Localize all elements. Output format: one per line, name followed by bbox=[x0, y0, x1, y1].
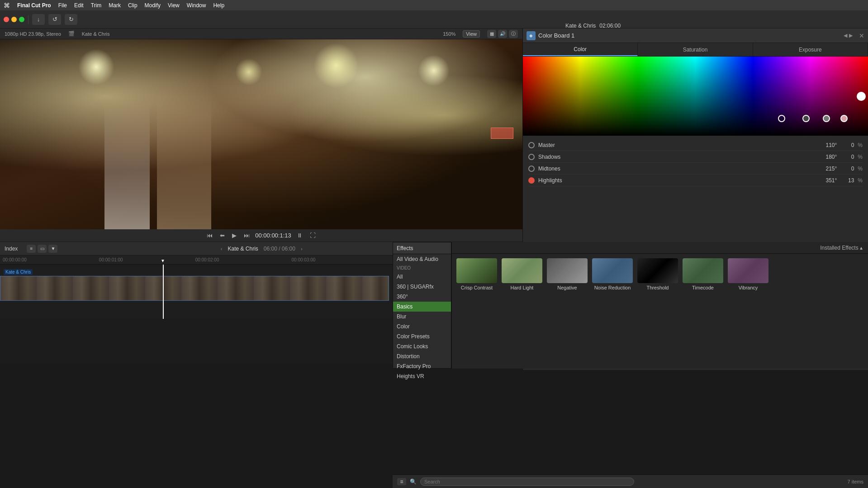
effect-item-timecode[interactable]: Timecode bbox=[683, 258, 723, 290]
master-pct: 0 bbox=[840, 142, 854, 148]
close-button[interactable] bbox=[4, 17, 9, 22]
menu-window[interactable]: Window bbox=[187, 2, 206, 9]
effect-thumb-crisp-contrast bbox=[456, 258, 497, 283]
shadows-puck[interactable] bbox=[802, 115, 810, 122]
playhead[interactable] bbox=[163, 265, 164, 319]
effects-blur[interactable]: Blur bbox=[393, 312, 451, 322]
menu-help[interactable]: Help bbox=[213, 2, 224, 9]
prev-color-board[interactable]: ◀ bbox=[844, 33, 847, 38]
view-toggle-btn[interactable]: ≡ bbox=[397, 478, 406, 485]
track-clip[interactable] bbox=[0, 276, 389, 301]
window-controls bbox=[4, 17, 24, 22]
effects-video-section: VIDEO bbox=[393, 264, 451, 272]
color-board-canvas[interactable] bbox=[523, 57, 868, 136]
clip-label: Kate & Chris bbox=[4, 269, 33, 275]
menu-file[interactable]: File bbox=[58, 2, 67, 9]
effects-all[interactable]: All bbox=[393, 272, 451, 282]
sparkle-3 bbox=[418, 55, 450, 86]
effects-distortion[interactable]: Distortion bbox=[393, 351, 451, 361]
play-forward-button[interactable]: ⏭ bbox=[242, 231, 251, 240]
sparkle-1 bbox=[78, 49, 114, 85]
search-bar: ≡ 🔍 7 items bbox=[393, 474, 868, 488]
effect-item-crisp-contrast[interactable]: Crisp Contrast bbox=[456, 258, 497, 290]
tab-saturation[interactable]: Saturation bbox=[638, 43, 753, 56]
play-back-button[interactable]: ⏮ bbox=[205, 231, 214, 240]
menu-trim[interactable]: Trim bbox=[91, 2, 102, 9]
effects-color[interactable]: Color bbox=[393, 322, 451, 332]
zoom-level[interactable]: 150% bbox=[443, 31, 455, 37]
shadows-pct-sign: % bbox=[858, 154, 863, 160]
effects-title: Effects bbox=[393, 242, 451, 254]
index-button[interactable]: Index bbox=[5, 246, 18, 252]
close-color-board[interactable]: ✕ bbox=[859, 32, 864, 39]
menu-fcp[interactable]: Final Cut Pro bbox=[17, 2, 51, 9]
tab-exposure[interactable]: Exposure bbox=[753, 43, 868, 56]
effect-item-noise-reduction[interactable]: Noise Reduction bbox=[592, 258, 633, 290]
effect-thumb-vibrancy bbox=[728, 258, 768, 283]
items-count: 7 items bbox=[848, 479, 863, 484]
effects-360-sugarfx[interactable]: 360 | SUGARfx bbox=[393, 282, 451, 292]
master-angle: 110° bbox=[819, 142, 837, 148]
effects-all-video-audio[interactable]: All Video & Audio bbox=[393, 254, 451, 264]
effects-color-presets[interactable]: Color Presets bbox=[393, 332, 451, 341]
effect-item-vibrancy[interactable]: Vibrancy bbox=[728, 258, 768, 290]
effect-item-negative[interactable]: Negative bbox=[547, 258, 588, 290]
menu-modify[interactable]: Modify bbox=[145, 2, 161, 9]
effects-panel: Effects All Video & Audio VIDEO All 360 … bbox=[393, 242, 451, 369]
apple-logo[interactable]: ⌘ bbox=[4, 2, 10, 9]
search-input[interactable] bbox=[420, 478, 634, 486]
effects-comic-looks[interactable]: Comic Looks bbox=[393, 341, 451, 351]
shadows-pct: 0 bbox=[840, 154, 854, 160]
effect-item-hard-light[interactable]: Hard Light bbox=[502, 258, 542, 290]
info-toggle[interactable]: ⓘ bbox=[509, 30, 518, 38]
prev-clip-btn[interactable]: ‹ bbox=[221, 246, 223, 251]
viewer-status-bar: 1080p HD 23.98p, Stereo 🎬 Kate & Chris 1… bbox=[0, 28, 522, 39]
redo-button[interactable]: ↻ bbox=[65, 14, 77, 25]
figure-bride bbox=[104, 103, 150, 229]
undo-button[interactable]: ↺ bbox=[48, 14, 61, 25]
midtones-puck[interactable] bbox=[823, 115, 830, 122]
menu-mark[interactable]: Mark bbox=[109, 2, 121, 9]
viewer-area bbox=[0, 39, 522, 229]
audio-toggle[interactable]: 🔊 bbox=[498, 30, 507, 38]
midtones-pct-sign: % bbox=[858, 166, 863, 172]
highlights-pct-sign: % bbox=[858, 177, 863, 184]
shadows-param-row: Shadows 180° 0 % bbox=[528, 151, 863, 163]
highlights-puck[interactable] bbox=[840, 115, 848, 122]
layout-toggle[interactable]: ▦ bbox=[487, 30, 496, 38]
sparkle-2 bbox=[313, 43, 359, 88]
installed-effects-title[interactable]: Installed Effects ▴ bbox=[820, 245, 863, 251]
midtones-angle: 215° bbox=[819, 166, 837, 172]
highlights-indicator bbox=[528, 177, 535, 184]
effects-360[interactable]: 360° bbox=[393, 292, 451, 302]
menu-view[interactable]: View bbox=[168, 2, 180, 9]
timeline-options[interactable]: ▼ bbox=[48, 245, 57, 253]
menu-clip[interactable]: Clip bbox=[128, 2, 138, 9]
next-clip-btn[interactable]: › bbox=[301, 246, 303, 251]
installed-effects-header: Installed Effects ▴ bbox=[452, 242, 868, 254]
timeline-clip-view[interactable]: ▭ bbox=[38, 245, 47, 253]
effect-label-crisp-contrast: Crisp Contrast bbox=[461, 285, 493, 290]
timeline-list-view[interactable]: ≡ bbox=[27, 245, 36, 253]
next-color-board[interactable]: ▶ bbox=[849, 33, 853, 38]
master-puck[interactable] bbox=[778, 115, 785, 122]
midtones-indicator bbox=[528, 166, 535, 172]
white-puck[interactable] bbox=[857, 92, 866, 101]
import-button[interactable]: ↓ bbox=[32, 14, 45, 25]
effects-fxfactory-pro[interactable]: FxFactory Pro bbox=[393, 361, 451, 371]
effect-item-threshold[interactable]: Threshold bbox=[637, 258, 678, 290]
play-button[interactable]: ▶ bbox=[230, 231, 238, 240]
effects-heights-vr[interactable]: Heights VR bbox=[393, 371, 451, 381]
effects-basics[interactable]: Basics bbox=[393, 302, 451, 312]
effects-grid: Crisp Contrast Hard Light Negative Noise… bbox=[452, 254, 868, 295]
fullscreen-button[interactable]: ⛶ bbox=[308, 231, 318, 240]
menu-edit[interactable]: Edit bbox=[74, 2, 84, 9]
search-icon: 🔍 bbox=[410, 479, 417, 485]
view-button[interactable]: View bbox=[463, 30, 480, 38]
minimize-button[interactable] bbox=[11, 17, 17, 22]
pause-button[interactable]: ⏸ bbox=[295, 231, 304, 240]
tab-color[interactable]: Color bbox=[523, 43, 638, 56]
step-back-button[interactable]: ⬅ bbox=[218, 231, 227, 240]
toolbar: ↓ ↺ ↻ bbox=[0, 10, 868, 28]
maximize-button[interactable] bbox=[19, 17, 24, 22]
